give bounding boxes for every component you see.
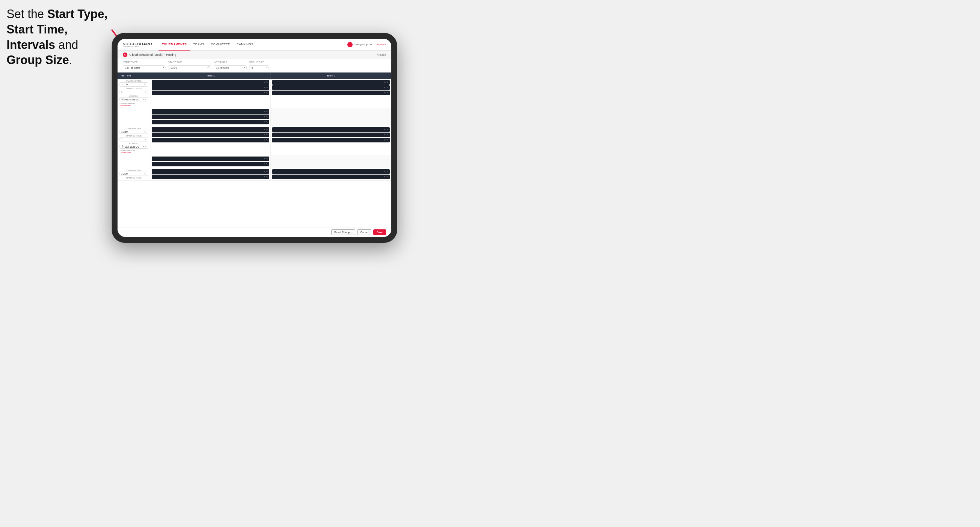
player-edit-2-t2-3[interactable]: ✎ [387,139,388,141]
player-row-2-t1-3: ✕ ✎ [152,138,269,143]
hole-select-2[interactable]: 1 ▾ [119,137,148,141]
player-row-3-t2-2: ✕ ✎ [272,175,390,179]
player-x-1-t1-3[interactable]: ✕ [263,92,265,94]
table-area: STARTING TIME: 10:00 ⏱ STARTING HOLE: 1 … [118,79,391,227]
starting-time-input-3[interactable]: 10:20 ⏱ [119,171,148,176]
tablet-screen: SCOREBOARD Powered by clipp.d TOURNAMENT… [118,39,391,237]
player-course-x-1-t1-1[interactable]: ✕ [263,110,265,113]
start-type-select[interactable]: 1st Tee Start Shotgun Start [123,65,165,70]
nav-separator: | [374,43,375,46]
player-course-x-2-t1-1[interactable]: ✕ [263,157,265,160]
nav-tab-teams[interactable]: TEAMS [190,39,208,51]
add-group-btn-1[interactable]: + Add Group [119,104,148,106]
player-x-3-t1-1[interactable]: ✕ [263,170,265,173]
player-x-1-t1-1[interactable]: ✕ [263,81,265,84]
player-x-1-t2-3[interactable]: ✕ [384,92,386,94]
player-x-2-t1-1[interactable]: ✕ [263,128,265,131]
player-edit-2-t1-1[interactable]: ✎ [266,128,268,131]
nav-tab-committee[interactable]: COMMITTEE [207,39,234,51]
player-edit-1-t2-3[interactable]: ✎ [387,92,388,94]
player-edit-3-t1-2[interactable]: ✎ [266,176,268,178]
player-x-2-t1-3[interactable]: ✕ [263,139,265,141]
group-size-group: Group Size 3 2 4 [249,61,269,70]
course-x-1[interactable]: ✕ [143,98,145,101]
player-course-edit-1-t1-3[interactable]: ✎ [266,121,268,123]
nav-tab-rankings[interactable]: RANKINGS [234,39,257,51]
player-x-1-t1-2[interactable]: ✕ [263,86,265,89]
instruction-suffix3: and [55,38,78,51]
player-x-3-t1-2[interactable]: ✕ [263,176,265,178]
add-label-1: Add Group [121,104,131,106]
player-course-edit-2-t1-2[interactable]: ✎ [266,163,268,165]
group-size-label: Group Size [249,61,269,63]
intervals-select[interactable]: 10 Minutes 8 Minutes 12 Minutes [214,65,247,70]
player-course-edit-1-t1-1[interactable]: ✎ [266,110,268,113]
th-team2: Team 2 [271,73,391,79]
group-size-select[interactable]: 3 2 4 [249,65,269,70]
table-header: Tee Time Team 1 Team 2 [118,73,391,79]
player-x-3-t2-1[interactable]: ✕ [384,170,386,173]
player-course-x-2-t1-2[interactable]: ✕ [263,163,265,165]
player-edit-1-t1-2[interactable]: ✎ [266,86,268,89]
time-value-2: 10:10 [121,130,128,133]
player-edit-1-t2-1[interactable]: ✎ [387,81,388,84]
hole-select-1[interactable]: 1 ▾ [119,90,148,94]
player-course-edit-2-t1-1[interactable]: ✎ [266,157,268,160]
add-label-2: Add Group [121,152,131,154]
course-x-2[interactable]: ✕ [143,145,145,148]
player-x-2-t2-2[interactable]: ✕ [384,133,386,136]
settings-row: Start Type 1st Tee Start Shotgun Start S… [118,59,391,73]
player-course-x-1-t1-2[interactable]: ✕ [263,116,265,118]
hole-chevron-1: ▾ [145,91,146,94]
player-row-2-t1-1: ✕ ✎ [152,127,269,132]
team1-col-1: ✕ ✎ ✕ ✎ ✕ ✎ [150,79,271,108]
time-value-1: 10:00 [121,83,128,86]
player-x-2-t2-1[interactable]: ✕ [384,128,386,131]
course-select-1[interactable]: A Peachtree GC ✕ ▾ [119,97,148,102]
reset-changes-button[interactable]: Reset Changes [331,229,355,235]
course-label-2: COURSE: [119,143,148,144]
add-group-btn-2[interactable]: + Add Group [119,152,148,154]
player-x-3-t2-2[interactable]: ✕ [384,176,386,178]
instruction-line4: Group Size [6,53,69,67]
nav-tab-tournaments[interactable]: TOURNAMENTS [159,39,190,51]
logo-area: SCOREBOARD Powered by clipp.d [123,42,152,47]
team2-col-1: ✕ ✎ ✕ ✎ ✕ ✎ [271,79,391,108]
player-x-1-t2-1[interactable]: ✕ [384,81,386,84]
sign-out-link[interactable]: Sign out [377,43,386,46]
player-course-row-1-t1-1: ✕ ✎ [152,109,269,114]
starting-hole-label-1: STARTING HOLE: [119,87,148,90]
player-edit-1-t2-2[interactable]: ✎ [387,86,388,89]
player-edit-1-t1-3[interactable]: ✎ [266,92,268,94]
player-row-2-t2-2: ✕ ✎ [272,133,390,137]
player-edit-2-t2-2[interactable]: ✎ [387,133,388,136]
player-edit-2-t1-2[interactable]: ✎ [266,133,268,136]
player-edit-3-t2-1[interactable]: ✎ [387,170,388,173]
player-x-2-t1-2[interactable]: ✕ [263,133,265,136]
player-course-x-1-t1-3[interactable]: ✕ [263,121,265,123]
player-edit-2-t1-3[interactable]: ✎ [266,139,268,141]
player-row-2-t2-3: ✕ ✎ [272,138,390,143]
starting-time-input-1[interactable]: 10:00 ⏱ [119,83,148,87]
player-row-1-t1-1: ✕ ✎ [152,80,269,85]
starting-time-input-2[interactable]: 10:10 ⏱ [119,130,148,134]
back-button[interactable]: < Back [377,53,386,56]
player-row-3-t1-1: ✕ ✎ [152,169,269,174]
player-edit-3-t2-2[interactable]: ✎ [387,176,388,178]
player-x-1-t2-2[interactable]: ✕ [384,86,386,89]
course-label-1: COURSE: [119,95,148,97]
course-chevron-2: ▾ [145,145,146,148]
course-select-2[interactable]: 🏌 East Lake GC ✕ ▾ [119,145,148,149]
player-edit-2-t2-1[interactable]: ✎ [387,128,388,131]
instruction-line3: Intervals [6,38,55,51]
save-button[interactable]: Save [373,229,386,235]
player-course-edit-1-t1-2[interactable]: ✎ [266,116,268,118]
tee-time-col-2: STARTING TIME: 10:10 ⏱ STARTING HOLE: 1 … [118,126,150,155]
player-edit-3-t1-1[interactable]: ✎ [266,170,268,173]
start-time-input[interactable] [168,65,211,70]
player-edit-1-t1-1[interactable]: ✎ [266,81,268,84]
player-x-2-t2-3[interactable]: ✕ [384,139,386,141]
cancel-button[interactable]: Cancel [357,229,371,235]
start-type-select-wrapper: 1st Tee Start Shotgun Start [123,64,165,70]
course-icon-2: 🏌 [121,145,124,148]
